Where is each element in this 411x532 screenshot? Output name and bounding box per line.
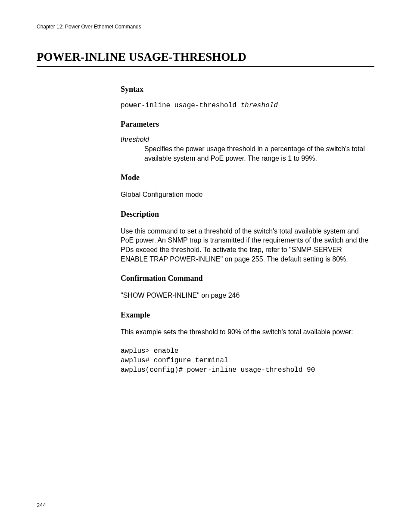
page-number: 244 xyxy=(37,502,46,508)
param-name: threshold xyxy=(121,136,370,143)
example-code: awplus> enable awplus# configure termina… xyxy=(121,347,370,375)
page-title: POWER-INLINE USAGE-THRESHOLD xyxy=(37,50,374,67)
confirmation-text: "SHOW POWER-INLINE" on page 246 xyxy=(121,291,370,300)
description-heading: Description xyxy=(121,210,370,219)
example-intro: This example sets the threshold to 90% o… xyxy=(121,327,370,337)
description-text: Use this command to set a threshold of t… xyxy=(121,227,370,264)
mode-heading: Mode xyxy=(121,173,370,182)
mode-text: Global Configuration mode xyxy=(121,190,370,199)
example-heading: Example xyxy=(121,311,370,320)
confirmation-heading: Confirmation Command xyxy=(121,274,370,283)
chapter-header: Chapter 12: Power Over Ethernet Commands xyxy=(37,24,374,30)
parameters-heading: Parameters xyxy=(121,120,370,129)
content-area: Syntax power-inline usage-threshold thre… xyxy=(121,85,370,375)
syntax-code: power-inline usage-threshold threshold xyxy=(121,102,370,109)
syntax-arg: threshold xyxy=(240,102,277,109)
syntax-heading: Syntax xyxy=(121,85,370,94)
syntax-command: power-inline usage-threshold xyxy=(121,102,240,109)
param-desc: Specifies the power usage threshold in a… xyxy=(144,144,370,163)
